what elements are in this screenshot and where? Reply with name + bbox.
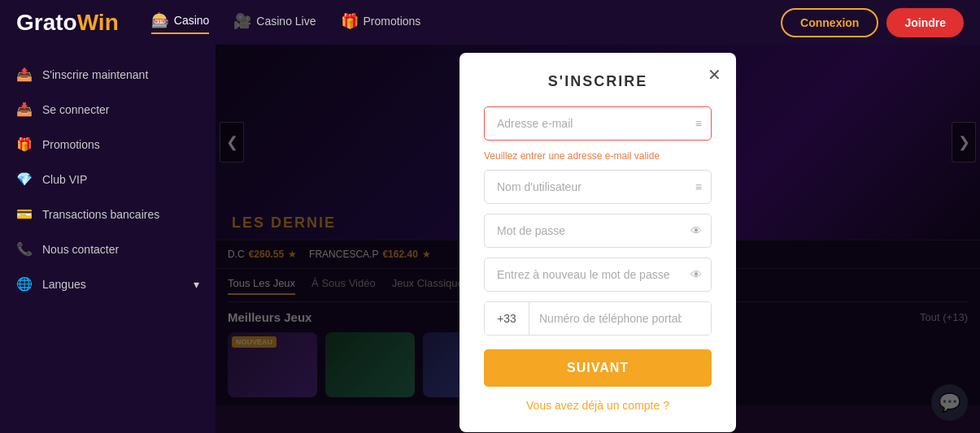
sidebar-item-promotions[interactable]: 🎁 Promotions <box>0 127 216 162</box>
sidebar-vip-label: Club VIP <box>42 173 87 186</box>
confirm-password-field-group: 👁 <box>484 258 712 292</box>
nav-links: 🎰 Casino 🎥 Casino Live 🎁 Promotions <box>151 11 781 34</box>
login-link[interactable]: Vous avez déjà un compte ? <box>484 399 712 412</box>
logo-grato: Grato <box>16 10 77 35</box>
sidebar-contact-label: Nous contacter <box>42 243 119 256</box>
register-modal: S'INSCRIRE ✕ ≡ Veuillez entrer une adres… <box>460 53 736 432</box>
sidebar-item-vip[interactable]: 💎 Club VIP <box>0 162 216 197</box>
username-input[interactable] <box>484 170 712 204</box>
logo[interactable]: GratoWin <box>16 10 119 36</box>
content-area: ❮ ❯ LES DERNIE D.C €260.55 ★ FRANCESCA.P… <box>216 45 980 433</box>
confirm-password-toggle-icon[interactable]: 👁 <box>690 268 702 281</box>
sidebar-item-contact[interactable]: 📞 Nous contacter <box>0 232 216 266</box>
vip-icon: 💎 <box>16 171 33 187</box>
phone-group: +33 ≡ <box>484 301 712 336</box>
sidebar-inscrire-label: S'inscrire maintenant <box>42 68 148 81</box>
gift-icon: 🎁 <box>16 136 33 152</box>
chevron-down-icon: ▾ <box>194 278 199 291</box>
promotions-nav-icon: 🎁 <box>341 12 359 30</box>
nav-casino-live-label: Casino Live <box>256 15 316 28</box>
main-layout: 📤 S'inscrire maintenant 📥 Se connecter 🎁… <box>0 45 980 433</box>
nav-promotions[interactable]: 🎁 Promotions <box>341 11 421 34</box>
modal-close-button[interactable]: ✕ <box>708 65 721 84</box>
sidebar-item-langues[interactable]: 🌐 Langues ▾ <box>0 266 216 301</box>
modal-overlay: S'INSCRIRE ✕ ≡ Veuillez entrer une adres… <box>216 45 980 433</box>
sidebar-promotions-label: Promotions <box>42 138 100 151</box>
inscrire-icon: 📤 <box>16 67 33 82</box>
contact-icon: 📞 <box>16 241 33 257</box>
sidebar-item-connecter[interactable]: 📥 Se connecter <box>0 92 216 127</box>
sidebar: 📤 S'inscrire maintenant 📥 Se connecter 🎁… <box>0 45 216 433</box>
password-field-group: 👁 <box>484 214 712 248</box>
phone-field-group: +33 ≡ <box>484 301 712 336</box>
header-buttons: Connexion Joindre <box>781 8 964 37</box>
username-field-group: ≡ <box>484 170 712 204</box>
sidebar-transactions-label: Transactions bancaires <box>42 208 159 221</box>
sidebar-langues-label: Langues <box>42 278 86 291</box>
nav-casino-live[interactable]: 🎥 Casino Live <box>233 11 316 34</box>
casino-icon: 🎰 <box>151 11 169 29</box>
sidebar-item-inscrire[interactable]: 📤 S'inscrire maintenant <box>0 57 216 92</box>
sidebar-langues-left: 🌐 Langues <box>16 276 86 292</box>
email-field-group: ≡ <box>484 106 712 141</box>
email-error-msg: Veuillez entrer une adresse e-mail valid… <box>484 150 712 162</box>
joindre-button[interactable]: Joindre <box>886 8 964 37</box>
logo-win: Win <box>77 10 119 35</box>
email-input[interactable] <box>484 106 712 141</box>
header: GratoWin 🎰 Casino 🎥 Casino Live 🎁 Promot… <box>0 0 980 45</box>
password-input[interactable] <box>484 214 712 248</box>
nav-casino[interactable]: 🎰 Casino <box>151 11 210 34</box>
confirm-password-input[interactable] <box>484 258 712 292</box>
password-toggle-icon[interactable]: 👁 <box>690 224 702 237</box>
nav-casino-label: Casino <box>174 14 210 27</box>
transactions-icon: 💳 <box>16 206 33 222</box>
sidebar-item-transactions[interactable]: 💳 Transactions bancaires <box>0 197 216 232</box>
nav-promotions-label: Promotions <box>364 15 421 28</box>
connexion-button[interactable]: Connexion <box>781 8 878 37</box>
connecter-icon: 📥 <box>16 102 33 117</box>
username-strength-icon: ≡ <box>695 180 702 193</box>
modal-title: S'INSCRIRE <box>484 73 712 90</box>
langues-icon: 🌐 <box>16 276 33 292</box>
email-strength-icon: ≡ <box>695 117 702 130</box>
phone-prefix: +33 <box>485 302 529 335</box>
casino-live-icon: 🎥 <box>233 12 251 30</box>
phone-input[interactable] <box>529 302 712 335</box>
submit-button[interactable]: SUIVANT <box>484 349 712 387</box>
sidebar-connecter-label: Se connecter <box>42 103 110 116</box>
